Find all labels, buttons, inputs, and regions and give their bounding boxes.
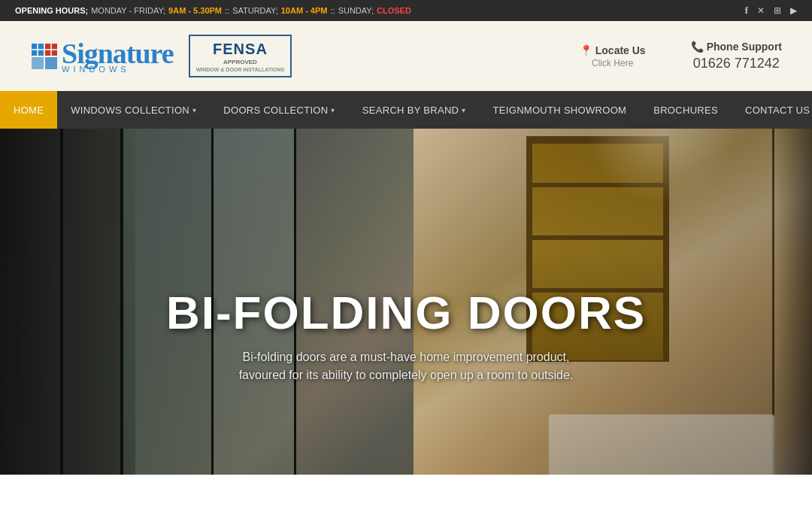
sunday-label: SUNDAY; <box>338 6 374 15</box>
instagram-icon[interactable]: ⊞ <box>774 5 781 16</box>
fensa-approved: APPROVED <box>196 59 285 66</box>
saturday-time: 10AM - 4PM <box>281 6 328 15</box>
header-right: 📍 Locate Us Click Here 📞 Phone Support 0… <box>580 41 782 71</box>
location-icon: 📍 <box>580 44 592 56</box>
locate-sub: Click Here <box>580 58 646 68</box>
saturday-label: SATURDAY; <box>232 6 278 15</box>
youtube-icon[interactable]: ▶ <box>790 5 797 16</box>
locate-title: 📍 Locate Us <box>580 44 646 56</box>
opening-hours-label: OPENING HOURS; <box>15 6 88 15</box>
header-left: Signature WINDOWS FENSA APPROVED WINDOW … <box>30 35 292 77</box>
logo[interactable]: Signature WINDOWS <box>30 39 174 74</box>
phone-title: 📞 Phone Support <box>691 41 782 53</box>
logo-brand: Signature <box>62 39 174 68</box>
main-nav: HOME WINDOWS COLLECTION ▾ DOORS COLLECTI… <box>0 91 812 129</box>
nav-search-by-brand[interactable]: SEARCH BY BRAND ▾ <box>349 91 480 129</box>
social-links: ✕ ⊞ ▶ <box>745 5 797 17</box>
phone-number: 01626 771242 <box>691 56 782 71</box>
hero-section: BI-FOLDING DOORS Bi-folding doors are a … <box>0 129 812 475</box>
chevron-down-icon: ▾ <box>192 106 196 114</box>
nav-teignmouth-showroom[interactable]: TEIGNMOUTH SHOWROOM <box>480 91 641 129</box>
phone-icon: 📞 <box>691 41 704 53</box>
twitter-icon[interactable]: ✕ <box>757 5 765 16</box>
weekday-time: 9AM - 5.30PM <box>168 6 222 15</box>
chevron-down-icon: ▾ <box>462 106 465 114</box>
weekday-label: MONDAY - FRIDAY; <box>91 6 165 15</box>
nav-windows-collection[interactable]: WINDOWS COLLECTION ▾ <box>57 91 210 129</box>
sunday-status: CLOSED <box>377 6 411 15</box>
fensa-sub: WINDOW & DOOR INSTALLATIONS <box>196 66 285 73</box>
svg-rect-2 <box>32 57 44 69</box>
nav-home[interactable]: HOME <box>0 91 57 129</box>
hero-content: BI-FOLDING DOORS Bi-folding doors are a … <box>143 290 669 384</box>
nav-brochures[interactable]: BROCHURES <box>640 91 732 129</box>
sep1: :: <box>225 6 229 15</box>
header: Signature WINDOWS FENSA APPROVED WINDOW … <box>0 21 812 91</box>
svg-rect-3 <box>45 57 57 69</box>
hero-title: BI-FOLDING DOORS <box>143 290 669 336</box>
facebook-icon[interactable] <box>745 5 748 17</box>
nav-contact-us[interactable]: CONTACT US <box>732 91 812 129</box>
phone-support: 📞 Phone Support 01626 771242 <box>691 41 782 71</box>
top-bar: OPENING HOURS; MONDAY - FRIDAY; 9AM - 5.… <box>0 0 812 21</box>
hero-subtitle: Bi-folding doors are a must-have home im… <box>143 348 669 384</box>
sep2: :: <box>331 6 335 15</box>
fensa-title: FENSA <box>196 39 285 59</box>
locate-us[interactable]: 📍 Locate Us Click Here <box>580 44 646 68</box>
logo-icon <box>30 42 59 71</box>
nav-doors-collection[interactable]: DOORS COLLECTION ▾ <box>210 91 348 129</box>
chevron-down-icon: ▾ <box>331 106 335 114</box>
opening-hours: OPENING HOURS; MONDAY - FRIDAY; 9AM - 5.… <box>15 6 411 15</box>
fensa-badge: FENSA APPROVED WINDOW & DOOR INSTALLATIO… <box>189 35 292 77</box>
